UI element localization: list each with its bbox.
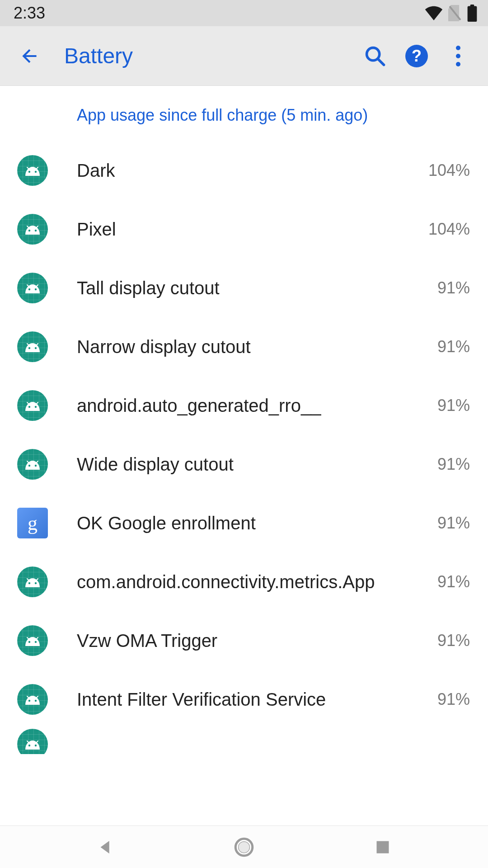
back-button[interactable] — [9, 45, 51, 67]
list-item[interactable]: Vzw OMA Trigger91% — [0, 611, 488, 670]
navigation-bar — [0, 826, 488, 868]
svg-point-8 — [28, 230, 30, 231]
circle-home-icon — [233, 836, 255, 859]
svg-point-12 — [28, 288, 30, 290]
svg-point-33 — [35, 641, 37, 643]
svg-line-22 — [27, 402, 29, 404]
svg-point-21 — [35, 406, 37, 408]
nav-recent-button[interactable] — [356, 831, 410, 863]
svg-point-40 — [28, 745, 30, 746]
android-app-icon — [17, 684, 48, 715]
svg-point-29 — [35, 582, 37, 584]
svg-line-35 — [36, 637, 38, 639]
svg-point-4 — [28, 171, 30, 173]
svg-point-13 — [35, 288, 37, 290]
svg-line-26 — [27, 461, 29, 463]
content-area[interactable]: App usage since full charge (5 min. ago)… — [0, 86, 488, 826]
status-bar: 2:33 — [0, 0, 488, 26]
svg-rect-46 — [376, 841, 389, 853]
svg-rect-0 — [468, 6, 477, 22]
app-name-label: Tall display cutout — [48, 278, 428, 298]
svg-point-36 — [28, 700, 30, 702]
android-app-icon — [17, 449, 48, 480]
android-app-icon — [17, 273, 48, 303]
svg-rect-1 — [470, 5, 474, 7]
svg-line-23 — [36, 402, 38, 404]
svg-line-38 — [27, 696, 29, 698]
app-usage-list: Dark104%Pixel104%Tall display cutout91%N… — [0, 141, 488, 729]
android-app-icon — [17, 625, 48, 656]
svg-line-11 — [36, 226, 38, 228]
svg-point-24 — [28, 465, 30, 467]
app-name-label: android.auto_generated_rro__ — [48, 396, 428, 416]
list-item[interactable]: Intent Filter Verification Service91% — [0, 670, 488, 729]
svg-line-10 — [27, 226, 29, 228]
app-usage-percent: 91% — [428, 396, 470, 415]
no-sim-icon — [448, 5, 462, 21]
svg-point-37 — [35, 700, 37, 702]
overflow-menu-button[interactable] — [437, 35, 479, 77]
svg-point-17 — [35, 347, 37, 349]
app-name-label: OK Google enrollment — [48, 513, 428, 533]
status-icons — [425, 5, 477, 22]
list-item[interactable]: Dark104% — [0, 141, 488, 200]
list-item[interactable]: Tall display cutout91% — [0, 259, 488, 317]
svg-point-16 — [28, 347, 30, 349]
svg-line-14 — [27, 285, 29, 287]
svg-point-32 — [28, 641, 30, 643]
android-app-icon — [17, 390, 48, 421]
svg-line-42 — [27, 741, 29, 743]
triangle-back-icon — [96, 838, 115, 857]
nav-home-button[interactable] — [217, 831, 271, 863]
app-name-label: com.android.connectivity.metrics.App — [48, 572, 428, 592]
app-usage-percent: 104% — [419, 161, 470, 180]
svg-line-30 — [27, 579, 29, 580]
list-item[interactable]: Pixel104% — [0, 200, 488, 259]
svg-line-6 — [27, 167, 29, 169]
svg-point-9 — [35, 230, 37, 231]
search-icon — [363, 44, 387, 68]
search-button[interactable] — [354, 35, 396, 77]
page-title: Battery — [51, 43, 354, 68]
svg-line-3 — [378, 59, 384, 65]
svg-point-41 — [35, 745, 37, 746]
app-usage-percent: 91% — [428, 572, 470, 591]
android-app-icon — [17, 214, 48, 245]
app-name-label: Vzw OMA Trigger — [48, 631, 428, 651]
section-header: App usage since full charge (5 min. ago) — [0, 86, 488, 141]
svg-line-43 — [36, 741, 38, 743]
list-item[interactable]: Narrow display cutout91% — [0, 317, 488, 376]
app-name-label: Narrow display cutout — [48, 337, 428, 357]
help-button[interactable]: ? — [396, 35, 437, 77]
nav-back-button[interactable] — [78, 831, 132, 863]
svg-line-19 — [36, 344, 38, 345]
square-recent-icon — [375, 839, 391, 855]
app-usage-percent: 91% — [428, 278, 470, 297]
android-app-icon — [17, 729, 48, 754]
app-name-label: Wide display cutout — [48, 454, 428, 475]
app-usage-percent: 91% — [428, 514, 470, 533]
svg-line-31 — [36, 579, 38, 580]
help-icon: ? — [405, 45, 428, 67]
list-item[interactable]: com.android.connectivity.metrics.App91% — [0, 552, 488, 611]
svg-point-45 — [238, 841, 249, 853]
svg-point-28 — [28, 582, 30, 584]
list-item[interactable]: Wide display cutout91% — [0, 435, 488, 494]
app-name-label: Pixel — [48, 219, 419, 240]
wifi-icon — [425, 6, 443, 20]
svg-line-27 — [36, 461, 38, 463]
svg-point-20 — [28, 406, 30, 408]
list-item[interactable] — [0, 729, 488, 754]
svg-line-34 — [27, 637, 29, 639]
list-item[interactable]: android.auto_generated_rro__91% — [0, 376, 488, 435]
app-usage-percent: 91% — [428, 337, 470, 356]
svg-line-15 — [36, 285, 38, 287]
google-app-icon: g — [17, 508, 48, 538]
list-item[interactable]: gOK Google enrollment91% — [0, 494, 488, 552]
app-usage-percent: 91% — [428, 631, 470, 650]
android-app-icon — [17, 155, 48, 186]
android-app-icon — [17, 566, 48, 597]
svg-line-39 — [36, 696, 38, 698]
app-name-label: Intent Filter Verification Service — [48, 689, 428, 710]
status-time: 2:33 — [14, 4, 45, 23]
